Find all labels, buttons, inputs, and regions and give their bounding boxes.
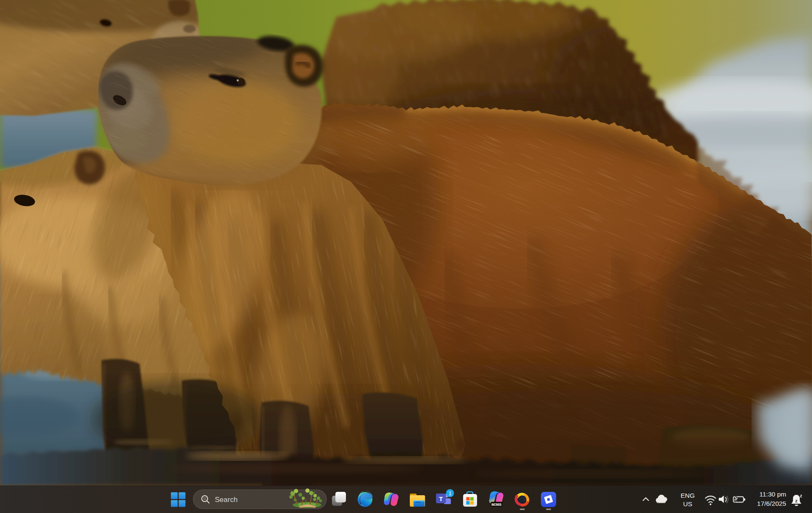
- svg-text:M365: M365: [491, 502, 502, 507]
- svg-text:11:30 pm: 11:30 pm: [760, 491, 786, 498]
- svg-text:T: T: [439, 495, 443, 502]
- svg-text:Search: Search: [215, 496, 238, 504]
- svg-text:17/6/2025: 17/6/2025: [757, 500, 786, 507]
- svg-text:z: z: [795, 498, 798, 503]
- svg-text:ENG: ENG: [680, 492, 695, 499]
- svg-text:z: z: [800, 493, 802, 498]
- svg-text:1: 1: [448, 490, 451, 497]
- svg-text:US: US: [683, 500, 692, 508]
